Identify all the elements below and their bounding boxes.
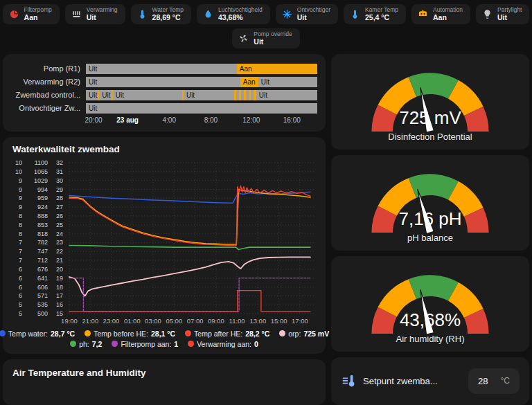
setpoint-value[interactable]: 28 [478,376,488,386]
svg-text:7: 7 [19,257,22,264]
air-temp-humidity-title: Air Temperature and Humidity [12,368,316,378]
chip-label: Verwarming [87,6,118,13]
chip-water-temp[interactable]: Water Temp28,69 °C [131,4,191,24]
svg-text:641: 641 [37,274,48,281]
timeline-axis: 20:0023 aug4:008:0012:0016:00 [11,116,317,126]
legend-dot [112,341,118,347]
gauge-ph-balance[interactable]: 7,16 pH pH balance [331,155,529,251]
gauge-segment [474,212,479,233]
legend-name: Temp before HE: [94,330,148,338]
timeline-bar: Uit [86,103,317,114]
chip-label: Water Temp [152,6,184,13]
legend-value: 28,2 °C [245,330,269,338]
chip-luchtvochtigheid[interactable]: Luchtvochtigheid43,68% [197,4,270,24]
header-chips-row2: Pomp overrideUit [0,26,532,53]
humidity-icon [203,9,213,19]
svg-text:17:00: 17:00 [292,317,308,325]
timeline-axis-label: 16:00 [283,116,301,124]
legend-item-verwarming-aan[interactable]: Verwarming aan: 0 [188,340,258,348]
legend-item-temp-after-he[interactable]: Temp after HE: 28,2 °C [185,330,269,338]
svg-text:853: 853 [37,221,48,228]
legend-dot [188,341,194,347]
chip-filterpomp[interactable]: FilterpompAan [3,4,60,24]
gauge-label: Disinfection Potential [388,132,472,142]
chip-label: Ontvochtiger [297,6,330,13]
gauge-value: 7,16 pH [398,208,461,230]
svg-text:21:00: 21:00 [82,317,98,325]
chip-automation[interactable]: AutomationAan [411,4,470,24]
svg-text:782: 782 [37,239,48,246]
legend-value: 28,7 °C [51,330,75,338]
svg-text:5: 5 [19,301,22,308]
legend-item-temp-water[interactable]: Temp water: 28,7 °C [0,330,75,338]
chip-verwarming[interactable]: VerwarmingUit [65,4,125,24]
svg-text:6: 6 [19,292,22,299]
pool-dashboard: FilterpompAanVerwarmingUitWater Temp28,6… [0,0,532,405]
chip-value: Aan [24,13,52,22]
gauge-label: pH balance [407,233,453,243]
series-temp-after-he [69,186,310,245]
chip-value: Uit [497,13,522,22]
water-quality-plot: 1011003210106531910293099942999592899242… [8,157,320,327]
chip-partylight[interactable]: PartylightUit [476,4,529,24]
legend-item-ph[interactable]: ph: 7,2 [70,340,102,348]
legend-value: 1 [174,340,178,348]
svg-text:29: 29 [56,186,63,192]
legend-value: 0 [254,340,258,348]
gauge-air-humidity[interactable]: 43,68% Air humidity (RH) [331,256,529,352]
svg-text:23: 23 [56,239,63,246]
chip-kamer-temp[interactable]: Kamer Temp25,4 °C [344,4,406,24]
chip-pomp-override[interactable]: Pomp overrideUit [232,28,299,48]
svg-text:924: 924 [37,204,48,210]
chip-value: Uit [254,37,292,46]
chip-label: Partylight [497,6,522,13]
svg-text:13:00: 13:00 [249,317,266,325]
svg-text:03:00: 03:00 [145,317,161,325]
svg-text:30: 30 [56,177,63,183]
setpoint-input[interactable]: 28 °C [468,368,520,394]
chip-text: FilterpompAan [24,6,52,22]
svg-text:9: 9 [19,177,22,183]
svg-text:712: 712 [37,257,48,264]
svg-text:888: 888 [37,212,48,219]
thermometer-icon [350,9,360,19]
timeline-segment: Aan [237,64,317,74]
water-quality-card[interactable]: Waterkwaliteit zwembad 10110032101065319… [3,137,326,354]
svg-text:01:00: 01:00 [124,317,141,325]
thermometer-icon [137,9,148,19]
water-quality-title: Waterkwaliteit zwembad [12,144,320,154]
timeline-row-label: Zwembad control... [11,91,86,99]
timeline-segment: Uit [256,90,317,100]
legend-name: Filterpomp aan: [121,340,171,348]
gauge-segment [387,289,412,312]
svg-text:8: 8 [19,212,22,219]
radiator-icon [71,9,82,19]
chip-text: PartylightUit [497,6,522,22]
chip-text: VerwarmingUit [87,6,118,22]
gauge-label: Air humidity (RH) [396,334,465,344]
series-ph [69,245,310,249]
legend-name: Temp water: [8,330,48,338]
svg-text:07:00: 07:00 [187,317,204,325]
legend-item-temp-before-he[interactable]: Temp before HE: 28,1 °C [85,330,175,338]
legend-dot [85,330,91,336]
svg-text:8: 8 [19,221,22,228]
chip-ontvochtiger[interactable]: OntvochtigerUit [276,4,338,24]
timeline-segment: Uit [86,90,98,100]
gauge-segment [382,210,388,232]
chip-value: Uit [297,13,330,22]
robot-icon [418,9,428,19]
legend-item-orp[interactable]: orp: 725 mV [279,330,329,338]
svg-text:571: 571 [37,292,48,299]
svg-text:27: 27 [56,204,63,210]
gauge-segment [382,312,388,333]
svg-text:7: 7 [19,248,22,255]
legend-item-filterpomp-aan[interactable]: Filterpomp aan: 1 [112,340,178,348]
chip-text: OntvochtigerUit [297,6,330,22]
timeline-axis-label: 20:00 [85,116,103,124]
timeline-row-label: Verwarming (R2) [11,78,86,86]
gauge-disinfection-potential[interactable]: 725 mV Disinfection Potential [331,54,529,150]
svg-text:10: 10 [15,168,22,174]
fan-icon [238,33,249,44]
timeline-axis-spacer [11,116,86,126]
